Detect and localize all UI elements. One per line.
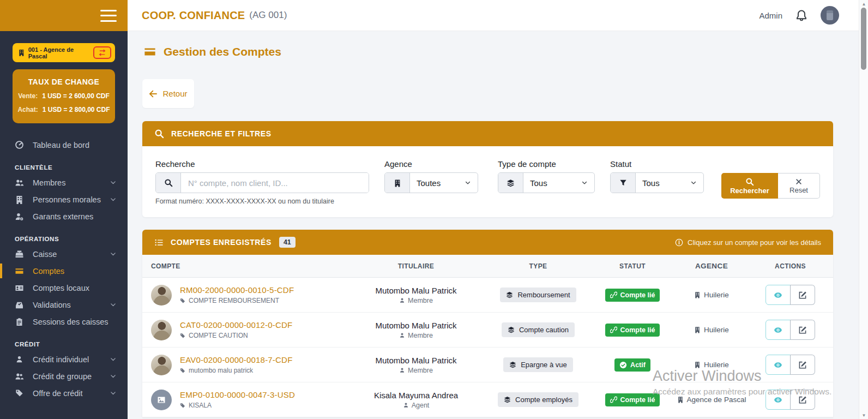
reset-button[interactable]: Reset — [778, 173, 820, 199]
chevron-down-icon — [110, 373, 117, 380]
edit-account-button[interactable] — [790, 390, 815, 410]
table-row[interactable]: EAV0-0200-0000-0018-7-CDF mutombo malu p… — [142, 348, 833, 382]
holder-role: Agent — [345, 402, 487, 409]
account-type-pill: Epargne à vue — [503, 357, 573, 372]
menu-toggle-icon[interactable] — [100, 10, 117, 22]
agency-selector-label: 001 - Agence de Pascal — [28, 46, 93, 59]
account-number[interactable]: RM00-2000-0000-0010-5-CDF — [180, 285, 294, 295]
tag-icon — [180, 333, 185, 338]
agency-cell: Huilerie — [676, 291, 748, 299]
edit-account-button[interactable] — [790, 320, 815, 340]
sidebar-item-garants-externes[interactable]: Garants externes — [0, 208, 128, 225]
chevron-down-icon — [110, 196, 117, 203]
clipboard-icon — [15, 318, 24, 326]
sidebar-item-credit-de-groupe[interactable]: Crédit de groupe — [0, 368, 128, 385]
view-account-button[interactable] — [765, 320, 791, 340]
person-icon — [403, 402, 409, 408]
tag-icon — [180, 368, 185, 373]
account-type-pill: Compte employés — [498, 392, 578, 407]
table-row[interactable]: RM00-2000-0000-0010-5-CDF COMPTE REMBOUR… — [142, 278, 833, 313]
account-number[interactable]: EMP0-0100-0000-0047-3-USD — [180, 390, 295, 399]
page-scrollbar[interactable]: ▲ ▼ — [859, 0, 868, 419]
chevron-down-icon — [581, 179, 588, 186]
user-avatar[interactable] — [821, 6, 839, 25]
agence-select[interactable]: Toutes — [410, 173, 478, 193]
sidebar-item-sessions-des-caisses[interactable]: Sessions des caisses — [0, 313, 128, 330]
chevron-down-icon — [110, 301, 117, 308]
link-icon — [610, 326, 617, 333]
edit-icon — [798, 291, 807, 300]
table-row[interactable]: EMP0-0100-0000-0047-3-USD KISALA Kisala … — [142, 382, 833, 417]
layers-icon — [509, 361, 516, 368]
credit-card-icon — [143, 46, 156, 58]
filters-card: RECHERCHE ET FILTRES Recherche Format nu… — [142, 121, 833, 217]
table-hint: Cliquez sur un compte pour voir les déta… — [675, 238, 821, 247]
sidebar-item-caisse[interactable]: Caisse — [0, 246, 128, 262]
sidebar-item-membres[interactable]: Membres — [0, 174, 128, 191]
account-number[interactable]: EAV0-0200-0000-0018-7-CDF — [180, 355, 293, 364]
sidebar-item-validations[interactable]: Validations — [0, 296, 128, 313]
agency-cell: Agence de Pascal — [676, 396, 748, 404]
edit-account-button[interactable] — [790, 285, 815, 305]
close-icon — [795, 178, 803, 185]
filters-header: RECHERCHE ET FILTRES — [142, 121, 833, 146]
account-holder-avatar — [151, 355, 172, 375]
image-icon — [157, 396, 166, 404]
layers-icon — [506, 291, 513, 298]
type-de-compte-select[interactable]: Tous — [523, 173, 594, 193]
col-header-compte: COMPTE — [142, 262, 345, 270]
person-icon — [399, 332, 405, 338]
edit-account-button[interactable] — [790, 355, 815, 375]
statut-select[interactable]: Tous — [636, 173, 703, 193]
scrollbar-thumb[interactable] — [861, 8, 866, 70]
sidebar-item-offre-de-credit[interactable]: Offre de crédit — [0, 385, 128, 402]
building-icon — [18, 49, 25, 56]
table-row[interactable]: CAT0-0200-0000-0012-0-CDF COMPTE CAUTION… — [142, 313, 833, 348]
building-icon — [394, 179, 401, 187]
main-content: Gestion des Comptes Retour RECHERCHE ET … — [128, 31, 859, 419]
search-addon — [156, 173, 181, 193]
info-icon — [675, 238, 683, 247]
view-account-button[interactable] — [765, 355, 791, 375]
swap-agency-icon[interactable] — [93, 46, 111, 59]
account-type-pill: Remboursement — [500, 288, 576, 302]
agency-selector-button[interactable]: 001 - Agence de Pascal — [13, 43, 115, 62]
sidebar-item-personnes-morales[interactable]: Personnes morales — [0, 191, 128, 208]
gauge-icon — [15, 140, 24, 149]
search-icon — [745, 177, 754, 186]
table-column-headers: COMPTE TITULAIRE TYPE STATUT AGENCE ACTI… — [142, 255, 833, 278]
user-name-label: Admin — [759, 11, 782, 20]
view-account-button[interactable] — [765, 285, 791, 305]
search-input[interactable] — [181, 173, 369, 193]
view-account-button[interactable] — [765, 390, 791, 410]
col-header-titulaire: TITULAIRE — [345, 262, 487, 270]
chevron-down-icon — [110, 179, 117, 186]
col-header-agence: AGENCE — [676, 262, 748, 270]
cash-register-icon — [15, 250, 24, 259]
scrollbar-up-arrow[interactable]: ▲ — [859, 0, 868, 8]
person-icon — [399, 297, 405, 303]
sidebar-nav: Tableau de bord CLIENTÈLE Membres Person… — [0, 136, 128, 402]
holder-role: Membre — [345, 332, 487, 339]
status-badge: Actif — [614, 358, 650, 372]
validation-icon — [15, 301, 24, 309]
back-button[interactable]: Retour — [142, 79, 194, 108]
rechercher-button[interactable]: Rechercher — [721, 173, 778, 199]
sidebar-item-credit-individuel[interactable]: Crédit individuel — [0, 351, 128, 368]
accounts-table-header: COMPTES ENREGISTRÉS 41 Cliquez sur un co… — [142, 230, 833, 255]
holder-name: Kisala Mayuma Andrea — [345, 391, 487, 400]
search-icon — [154, 129, 164, 139]
nav-section-clientele: CLIENTÈLE — [15, 164, 128, 171]
sidebar-item-comptes[interactable]: Comptes — [0, 262, 128, 279]
layers-icon — [508, 326, 515, 333]
status-badge: Compte lié — [605, 324, 660, 337]
link-icon — [610, 396, 617, 403]
scrollbar-down-arrow[interactable]: ▼ — [859, 411, 868, 419]
sidebar-item-tableau-de-bord[interactable]: Tableau de bord — [0, 136, 128, 153]
bell-icon[interactable] — [795, 9, 807, 21]
account-type-pill: Compte caution — [502, 322, 575, 337]
col-header-actions: ACTIONS — [748, 262, 833, 270]
account-number[interactable]: CAT0-0200-0000-0012-0-CDF — [180, 320, 292, 330]
sidebar-item-comptes-locaux[interactable]: Comptes locaux — [0, 279, 128, 296]
statut-label: Statut — [610, 159, 704, 169]
